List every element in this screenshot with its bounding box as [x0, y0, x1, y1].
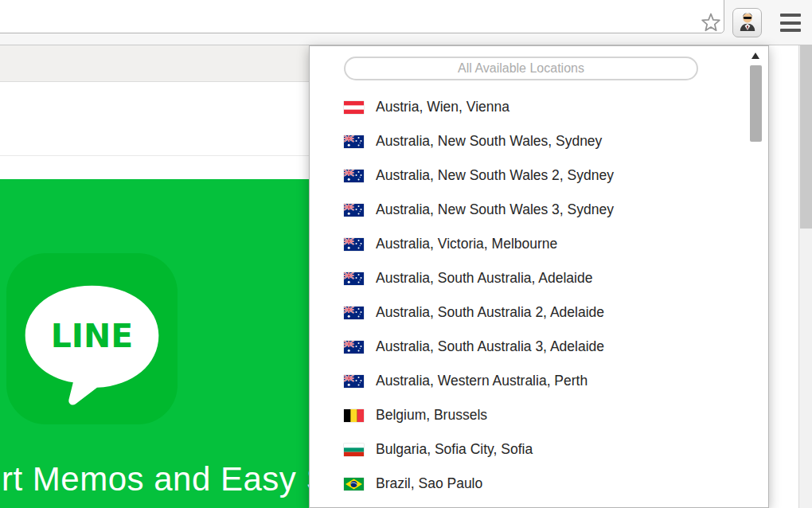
hero-tagline: rt Memos and Easy S — [2, 460, 329, 498]
location-list-item[interactable]: Australia, South Australia 2, Adelaide — [310, 295, 768, 330]
line-app-logo: LINE — [6, 253, 178, 424]
flag-icon-au — [344, 170, 364, 182]
flag-icon-at — [344, 101, 364, 114]
location-label: Australia, New South Wales 3, Sydney — [376, 201, 614, 218]
page-scrollbar-thumb[interactable] — [800, 45, 812, 229]
proxy-agent-avatar-icon — [737, 11, 758, 35]
location-label: Australia, Western Australia, Perth — [376, 373, 588, 389]
location-list-item[interactable]: Austria, Wien, Vienna — [310, 90, 768, 124]
location-list-item[interactable]: Australia, Victoria, Melbourne — [310, 227, 768, 261]
location-search-box — [344, 57, 698, 80]
locations-popup: Austria, Wien, Vienna Australia, New Sou… — [309, 45, 769, 508]
menu-bar — [780, 14, 801, 17]
location-list-item[interactable]: Australia, New South Wales 2, Sydney — [310, 158, 768, 193]
location-label: Australia, New South Wales 2, Sydney — [376, 167, 614, 184]
location-label: Brazil, Sao Paulo — [376, 475, 482, 492]
location-label: Australia, South Australia 3, Adelaide — [376, 338, 604, 355]
location-list-item[interactable]: Bulgaria, Sofia City, Sofia — [310, 432, 768, 467]
location-list-item[interactable]: Belgium, Brussels — [310, 398, 768, 432]
proxy-extension-button[interactable] — [732, 8, 762, 37]
flag-icon-au — [344, 307, 364, 319]
browser-menu-icon[interactable] — [780, 14, 801, 32]
popup-scrollbar-thumb[interactable] — [750, 65, 762, 142]
location-label: Australia, South Australia, Adelaide — [376, 270, 592, 287]
location-list-item[interactable]: Australia, South Australia 3, Adelaide — [310, 330, 768, 364]
location-list-item[interactable]: Brazil, Sao Paulo — [310, 467, 768, 501]
scroll-up-arrow-icon[interactable] — [751, 53, 759, 59]
location-list-item[interactable]: Australia, Western Australia, Perth — [310, 364, 768, 398]
flag-icon-br — [344, 478, 364, 490]
location-list: Austria, Wien, Vienna Australia, New Sou… — [310, 90, 768, 501]
location-label: Belgium, Brussels — [376, 407, 487, 424]
flag-icon-au — [344, 272, 364, 285]
location-label: Australia, Victoria, Melbourne — [376, 236, 557, 252]
location-label: Bulgaria, Sofia City, Sofia — [376, 441, 533, 458]
line-logo-text: LINE — [51, 317, 133, 355]
flag-icon-bg — [344, 444, 364, 456]
browser-toolbar — [0, 0, 812, 45]
location-label: Austria, Wien, Vienna — [376, 99, 509, 115]
popup-scrollbar[interactable] — [749, 48, 763, 506]
location-search-input[interactable] — [345, 58, 697, 79]
flag-icon-au — [344, 238, 364, 251]
bookmark-star-icon[interactable] — [700, 11, 722, 33]
address-bar[interactable] — [0, 0, 724, 33]
flag-icon-be — [344, 409, 364, 422]
location-list-item[interactable]: Australia, New South Wales, Sydney — [310, 124, 768, 158]
location-label: Australia, New South Wales, Sydney — [376, 133, 602, 150]
flag-icon-au — [344, 375, 364, 388]
flag-icon-au — [344, 204, 364, 217]
location-label: Australia, South Australia 2, Adelaide — [376, 304, 604, 321]
page-scrollbar[interactable] — [798, 45, 812, 508]
flag-icon-au — [344, 341, 364, 354]
menu-bar — [780, 29, 801, 32]
flag-icon-au — [344, 135, 364, 148]
location-list-item[interactable]: Australia, New South Wales 3, Sydney — [310, 193, 768, 227]
menu-bar — [780, 21, 801, 25]
location-list-item[interactable]: Australia, South Australia, Adelaide — [310, 261, 768, 295]
